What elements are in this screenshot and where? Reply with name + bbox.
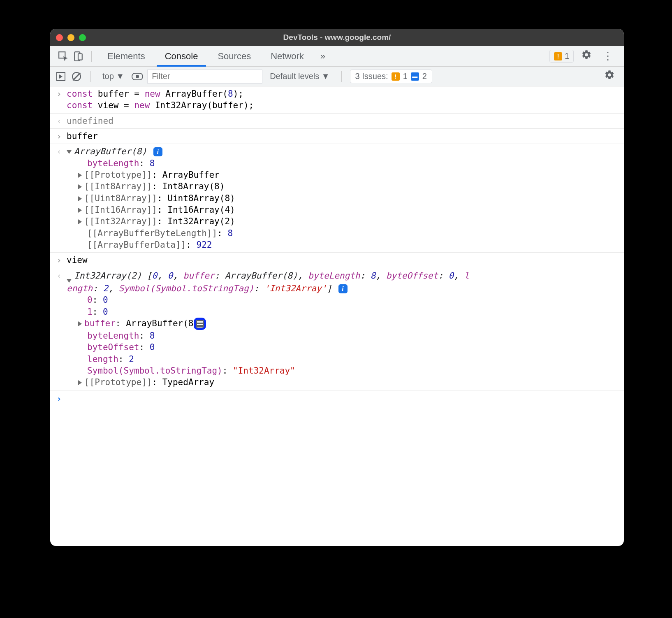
expand-toggle-icon[interactable] — [78, 219, 82, 224]
object-property[interactable]: [[Int8Array]]: Int8Array(8) — [67, 181, 621, 192]
separator — [341, 71, 342, 82]
output-chevron-icon: ‹ — [57, 270, 67, 388]
issues-warn-count: 1 — [403, 72, 408, 81]
console-input-entry: › buffer — [50, 129, 624, 144]
console-output-entry: ‹ ArrayBuffer(8) i byteLength: 8 [[Proto… — [50, 144, 624, 253]
expand-toggle-icon[interactable] — [67, 279, 72, 283]
output-chevron-icon: ‹ — [57, 115, 67, 127]
expand-toggle-icon[interactable] — [78, 196, 82, 201]
tab-console[interactable]: Console — [157, 46, 206, 67]
prompt-chevron-icon: › — [57, 393, 67, 404]
console-prompt[interactable]: › — [50, 390, 624, 407]
object-property[interactable]: [[Prototype]]: ArrayBuffer — [67, 169, 621, 181]
input-chevron-icon: › — [57, 130, 67, 142]
svg-rect-2 — [78, 53, 82, 60]
output-chevron-icon: ‹ — [57, 146, 67, 251]
object-property: length: 2 — [67, 353, 621, 365]
object-property[interactable]: [[Int16Array]]: Int16Array(4) — [67, 204, 621, 216]
object-property: byteOffset: 0 — [67, 342, 621, 353]
devtools-window: DevTools - www.google.com/ Elements Cons… — [50, 29, 624, 546]
object-property[interactable]: [[Prototype]]: TypedArray — [67, 376, 621, 388]
console-input-entry: › view — [50, 253, 624, 268]
more-tabs-button[interactable]: » — [315, 51, 330, 62]
settings-icon[interactable] — [577, 49, 596, 63]
object-property: [[ArrayBufferData]]: 922 — [67, 239, 621, 251]
separator — [90, 71, 91, 82]
tab-network[interactable]: Network — [262, 46, 312, 67]
object-property[interactable]: [[Uint8Array]]: Uint8Array(8) — [67, 193, 621, 204]
traffic-lights — [56, 34, 86, 41]
filter-input[interactable] — [147, 70, 262, 84]
object-property: 0: 0 — [67, 294, 621, 306]
expand-toggle-icon[interactable] — [78, 173, 82, 178]
separator — [91, 51, 92, 62]
code-line: buffer — [67, 130, 621, 142]
kebab-menu-icon[interactable]: ⋮ — [599, 50, 616, 63]
code-line: const view = new Int32Array(buffer); — [67, 100, 621, 111]
warn-count: 1 — [565, 51, 569, 61]
toggle-sidebar-icon[interactable] — [55, 71, 67, 82]
object-property[interactable]: [[Int32Array]]: Int32Array(2) — [67, 216, 621, 227]
object-property: byteLength: 8 — [67, 158, 621, 169]
inspect-element-icon[interactable] — [58, 51, 69, 62]
object-property: 1: 0 — [67, 306, 621, 318]
console-output-entry: ‹ Int32Array(2) [0, 0, buffer: ArrayBuff… — [50, 268, 624, 390]
object-header[interactable]: ArrayBuffer(8) i — [67, 146, 621, 157]
live-expression-icon[interactable] — [132, 71, 143, 82]
issues-info-count: 2 — [422, 72, 427, 81]
console-output-entry: ‹ undefined — [50, 114, 624, 129]
expand-toggle-icon[interactable] — [78, 208, 82, 213]
info-badge-icon[interactable]: i — [153, 147, 162, 156]
object-property: Symbol(Symbol.toStringTag): "Int32Array" — [67, 365, 621, 376]
expand-toggle-icon[interactable] — [78, 321, 82, 326]
expand-toggle-icon[interactable] — [78, 184, 82, 189]
undefined-value: undefined — [67, 116, 114, 126]
window-title: DevTools - www.google.com/ — [283, 33, 391, 42]
object-property[interactable]: buffer: ArrayBuffer(8 — [67, 318, 621, 330]
code-line: const buffer = new ArrayBuffer(8); — [67, 88, 621, 100]
expand-toggle-icon[interactable] — [67, 150, 72, 154]
code-line: view — [67, 254, 621, 266]
memory-inspector-icon[interactable] — [194, 318, 206, 330]
object-property: [[ArrayBufferByteLength]]: 8 — [67, 228, 621, 239]
console-output: › const buffer = new ArrayBuffer(8); con… — [50, 86, 624, 407]
object-property: byteLength: 8 — [67, 330, 621, 342]
main-toolbar: Elements Console Sources Network » ! 1 ⋮ — [50, 46, 624, 67]
toggle-device-icon[interactable] — [72, 51, 84, 62]
clear-console-icon[interactable] — [71, 71, 82, 82]
minimize-window-button[interactable] — [67, 34, 74, 41]
input-chevron-icon: › — [57, 88, 67, 112]
warnings-badge[interactable]: ! 1 — [549, 50, 574, 63]
maximize-window-button[interactable] — [79, 34, 86, 41]
close-window-button[interactable] — [56, 34, 63, 41]
expand-toggle-icon[interactable] — [78, 380, 82, 385]
issues-label: 3 Issues: — [355, 72, 388, 81]
tab-sources[interactable]: Sources — [209, 46, 259, 67]
warning-icon: ! — [392, 72, 400, 81]
input-chevron-icon: › — [57, 254, 67, 266]
info-icon: ▬ — [411, 72, 419, 81]
warning-icon: ! — [554, 52, 562, 60]
console-settings-icon[interactable] — [600, 70, 619, 83]
tab-elements[interactable]: Elements — [99, 46, 153, 67]
titlebar: DevTools - www.google.com/ — [50, 29, 624, 46]
object-header[interactable]: Int32Array(2) [0, 0, buffer: ArrayBuffer… — [67, 270, 621, 294]
console-toolbar: top ▼ Default levels ▼ 3 Issues: ! 1 ▬ 2 — [50, 67, 624, 86]
info-badge-icon[interactable]: i — [338, 284, 348, 293]
log-levels-selector[interactable]: Default levels ▼ — [266, 72, 333, 81]
console-input-entry: › const buffer = new ArrayBuffer(8); con… — [50, 86, 624, 114]
context-selector[interactable]: top ▼ — [99, 72, 127, 81]
issues-button[interactable]: 3 Issues: ! 1 ▬ 2 — [350, 70, 432, 83]
